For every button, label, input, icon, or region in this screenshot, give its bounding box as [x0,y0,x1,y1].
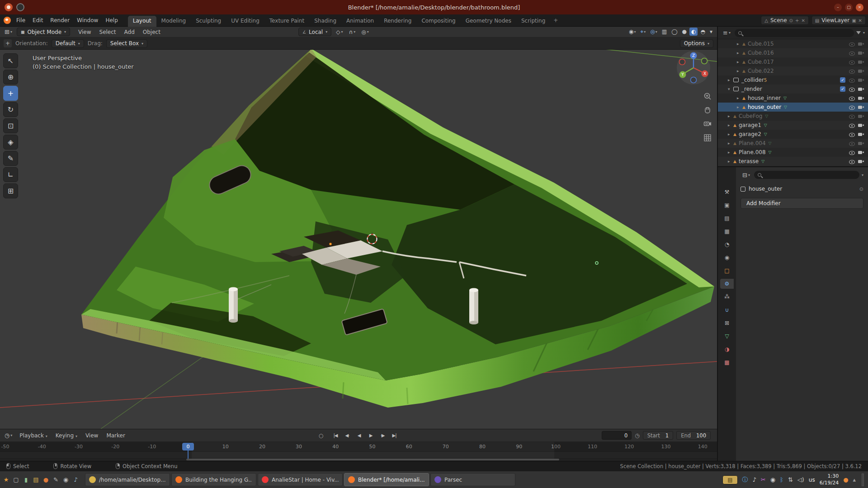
new-scene-icon[interactable]: + [795,18,799,23]
properties-search-input[interactable] [754,171,859,179]
expand-arrow-icon[interactable]: ▸ [737,42,742,46]
navigation-gizmo[interactable]: Z X Y [677,51,710,84]
hide-eye-icon[interactable] [849,104,855,110]
xray-toggle[interactable]: ▥ [660,28,669,36]
menu-item[interactable]: Render [47,15,73,25]
taskbar-window-files[interactable]: /home/amalie/Desktop... [85,473,170,486]
timeline-menu-item[interactable]: Playback ▾ [16,431,51,441]
timeline-menu-item[interactable]: Keying ▾ [52,431,81,441]
expand-arrow-icon[interactable]: ▸ [737,69,742,73]
disable-render-icon[interactable] [858,158,864,164]
hide-eye-icon[interactable] [849,68,855,74]
expand-arrow-icon[interactable]: ▸ [737,51,742,55]
minimize-button[interactable]: – [834,4,842,11]
pivot-point-dropdown[interactable]: ◇ ▾ [335,28,344,36]
timeline-editor-dropdown[interactable]: ◷ ▾ [3,432,14,439]
shading-rendered-button[interactable]: ◓ [698,28,707,36]
outliner-row[interactable]: ▸ ▲ garage2 ▲ ▽ ✓ [718,130,868,139]
disable-render-icon[interactable] [858,104,864,110]
outliner-row[interactable]: ▸ ▲ Cube.016 ▲ ▽ ✓ [718,48,868,57]
outliner-row[interactable]: ▸ ▲ Cube.022 ▲ ▽ ✓ [718,66,868,75]
filter-icon[interactable] [856,31,861,34]
tab-output[interactable]: ▤ [720,213,734,223]
properties-editor-dropdown[interactable]: ⊟ ▾ [741,171,752,179]
viewport-menu-item[interactable]: Select [96,27,120,37]
shading-material-button[interactable]: ◐ [689,28,698,36]
disable-render-icon[interactable] [858,41,864,47]
workspace-tab[interactable]: Scripting [516,16,550,27]
hide-eye-icon[interactable] [849,122,855,128]
hide-eye-icon[interactable] [849,41,855,47]
outliner-row[interactable]: ▸ ▲ house_outer ▲ ▽ ✓ [718,103,868,112]
editor-type-dropdown[interactable]: ⊞ ▾ [3,28,14,36]
keyboard-layout-indicator[interactable]: us [809,477,815,483]
disable-render-icon[interactable] [858,95,864,101]
workspace-tab[interactable]: Shading [309,16,341,27]
annotate-tool[interactable]: ✎ [3,151,18,166]
titlebar-app-icon[interactable] [5,3,13,11]
frame-end-field[interactable]: End100 [676,431,711,440]
hide-eye-icon[interactable] [849,140,855,146]
workspace-tab[interactable]: Compositing [416,16,460,27]
maximize-button[interactable]: ▢ [845,4,853,11]
taskbar-window-parsec[interactable]: Parsec [430,473,515,486]
viewport-menu-item[interactable]: Object [139,27,164,37]
snip-tray-icon[interactable]: ✂ [761,476,766,483]
tab-constraints[interactable]: ⊠ [720,318,734,328]
disable-render-icon[interactable] [858,50,864,56]
outliner-row[interactable]: ▸ ▲ CubeFog ▲ ▽ ✓ [718,112,868,121]
proportional-editing-dropdown[interactable]: ◎ ▾ [360,28,370,36]
new-viewlayer-icon[interactable]: ▣ [852,18,856,23]
shading-wireframe-button[interactable]: ◯ [670,28,679,36]
add-cube-tool[interactable]: ⊞ [3,183,18,198]
menu-item[interactable]: Help [102,15,121,25]
cursor-tool[interactable]: ⊕ [3,70,18,84]
tab-object[interactable]: □ [720,266,734,276]
options-dropdown[interactable]: Options ▾ [680,39,713,48]
measure-tool[interactable]: ∟ [3,167,18,182]
menu-item[interactable]: Edit [29,15,47,25]
preview-range-icon[interactable]: ◷ [635,432,639,439]
workspace-tab[interactable]: Layout [128,16,156,27]
rotate-tool[interactable]: ↻ [3,102,18,117]
info-tray-icon[interactable]: ⓘ [742,476,748,484]
viewport-menu-item[interactable]: Add [121,27,138,37]
expand-arrow-icon[interactable]: ▸ [728,123,733,127]
hide-eye-icon[interactable] [849,86,855,92]
disable-render-icon[interactable] [858,140,864,146]
play-reverse-button[interactable]: ◀ [354,431,364,440]
menu-item[interactable]: Window [73,15,102,25]
viewlayer-selector[interactable]: ▤ ViewLayer ▣ ✕ [811,16,866,25]
notifications-tray-icon[interactable]: ● [843,476,848,483]
disable-render-icon[interactable] [858,149,864,155]
next-keyframe-button[interactable]: ·▶ [377,431,388,440]
bluetooth-tray-icon[interactable]: ᛒ [780,476,783,483]
tab-scene[interactable]: ◔ [720,239,734,249]
outliner-row[interactable]: ▸ ▲ Plane.008 ▲ ▽ ✓ [718,148,868,157]
move-tool[interactable]: + [3,86,18,101]
timeline-track-area[interactable] [0,452,717,458]
terrain-island[interactable] [81,50,714,408]
outliner-row[interactable]: ▸ ▲ garage1 ▲ ▽ ✓ [718,121,868,130]
shading-options-dropdown[interactable]: ▾ [708,28,714,36]
transform-tool[interactable]: ◈ [3,135,18,150]
menu-item[interactable]: File [13,15,29,25]
workspace-tab[interactable]: Modeling [156,16,191,27]
pan-hand-icon[interactable] [705,108,710,113]
checkbox-icon[interactable]: ✓ [840,86,845,92]
chevron-down-icon[interactable]: ▾ [863,31,865,35]
screenshot-launcher[interactable]: ◉ [62,476,70,483]
current-frame-field[interactable]: 0 [602,431,632,440]
prev-keyframe-button[interactable]: ◀· [342,431,353,440]
timeline-ruler[interactable]: -50-40-30-20-100102030405060708090100110… [0,442,717,452]
scale-tool[interactable]: ⊡ [3,118,18,133]
workspace-tab[interactable]: Geometry Nodes [461,16,516,27]
terminal-launcher[interactable]: ▮ [22,476,30,483]
menu-launcher[interactable]: ★ [2,476,10,483]
jump-end-button[interactable]: ▶| [389,431,400,440]
outliner-editor-dropdown[interactable]: ≡ ▾ [721,29,732,37]
volume-tray-icon[interactable]: ◁) [797,476,804,483]
expand-arrow-icon[interactable]: ▸ [728,78,733,82]
auto-keying-toggle[interactable]: ○ [316,431,326,440]
hide-eye-icon[interactable] [849,131,855,137]
